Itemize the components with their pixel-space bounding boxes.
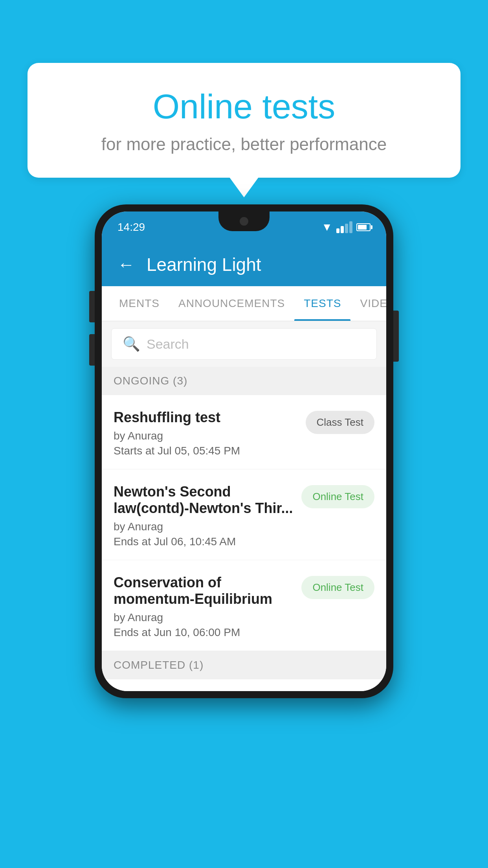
- tabs-bar: MENTS ANNOUNCEMENTS TESTS VIDEOS: [102, 286, 386, 321]
- test-badge-online: Online Test: [301, 485, 374, 508]
- tab-videos[interactable]: VIDEOS: [350, 286, 386, 321]
- test-item[interactable]: Newton's Second law(contd)-Newton's Thir…: [102, 469, 386, 560]
- test-name: Conservation of momentum-Equilibrium: [114, 574, 294, 607]
- phone-outer-shell: 14:29 ▼ ← Learning Light MENTS: [95, 204, 393, 698]
- bubble-subtitle: for more practice, better performance: [59, 134, 429, 154]
- signal-icon: [336, 221, 352, 233]
- test-time: Ends at Jun 10, 06:00 PM: [114, 626, 294, 639]
- back-button[interactable]: ←: [117, 255, 135, 274]
- test-info: Reshuffling test by Anurag Starts at Jul…: [114, 409, 306, 457]
- status-time: 14:29: [117, 221, 145, 234]
- phone-device: 14:29 ▼ ← Learning Light MENTS: [95, 204, 393, 698]
- test-badge-class: Class Test: [306, 411, 374, 434]
- wifi-icon: ▼: [321, 221, 332, 234]
- speech-bubble-container: Online tests for more practice, better p…: [28, 63, 460, 178]
- status-icons: ▼: [321, 221, 371, 234]
- volume-down-button[interactable]: [89, 334, 95, 366]
- status-bar: 14:29 ▼: [102, 211, 386, 243]
- battery-icon: [356, 223, 371, 231]
- notch: [218, 211, 270, 231]
- power-button[interactable]: [393, 311, 399, 362]
- search-container: 🔍 Search: [102, 321, 386, 367]
- test-by: by Anurag: [114, 611, 294, 624]
- test-item[interactable]: Reshuffling test by Anurag Starts at Jul…: [102, 395, 386, 469]
- test-time: Starts at Jul 05, 05:45 PM: [114, 445, 298, 457]
- search-input[interactable]: Search: [147, 337, 189, 352]
- camera: [240, 217, 248, 226]
- app-header: ← Learning Light: [102, 243, 386, 286]
- search-icon: 🔍: [123, 336, 140, 352]
- speech-bubble: Online tests for more practice, better p…: [28, 63, 460, 178]
- tab-ments[interactable]: MENTS: [110, 286, 169, 321]
- search-bar[interactable]: 🔍 Search: [111, 328, 377, 360]
- tab-announcements[interactable]: ANNOUNCEMENTS: [169, 286, 294, 321]
- test-name: Newton's Second law(contd)-Newton's Thir…: [114, 484, 294, 517]
- phone-bottom: [102, 679, 386, 691]
- completed-section-header: COMPLETED (1): [102, 651, 386, 679]
- test-by: by Anurag: [114, 520, 294, 533]
- volume-up-button[interactable]: [89, 291, 95, 322]
- ongoing-section-header: ONGOING (3): [102, 367, 386, 395]
- bubble-title: Online tests: [59, 86, 429, 127]
- test-time: Ends at Jul 06, 10:45 AM: [114, 535, 294, 548]
- test-info: Conservation of momentum-Equilibrium by …: [114, 574, 301, 639]
- test-info: Newton's Second law(contd)-Newton's Thir…: [114, 484, 301, 548]
- test-item[interactable]: Conservation of momentum-Equilibrium by …: [102, 560, 386, 651]
- test-badge-online-2: Online Test: [301, 576, 374, 599]
- test-name: Reshuffling test: [114, 409, 298, 426]
- phone-screen: 14:29 ▼ ← Learning Light MENTS: [102, 211, 386, 691]
- tab-tests[interactable]: TESTS: [294, 286, 350, 321]
- test-by: by Anurag: [114, 430, 298, 442]
- app-title: Learning Light: [147, 254, 261, 275]
